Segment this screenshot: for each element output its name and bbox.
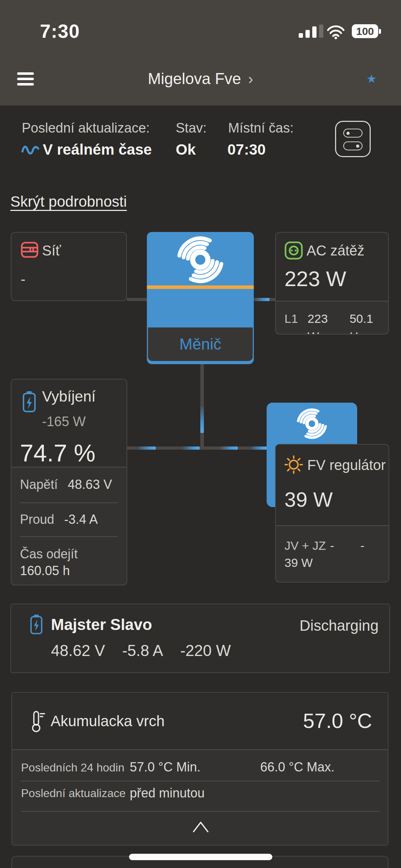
solar-tracker-power: 39 W [284,554,313,572]
battery-voltage-value: 48.63 V [68,476,112,494]
dc-flow-segment [200,406,204,433]
last-update-value: V reálném čase [43,141,152,158]
row-divider [21,811,380,812]
battery-monitor-name: Majster Slavo [51,614,152,636]
installation-name: Migelova Fve [148,70,241,87]
battery-tile[interactable]: Vybíjení -165 W 74.7 % Napětí 48.63 V Pr… [11,379,127,585]
battery-voltage-label: Napětí [20,476,58,494]
temperature-card[interactable]: Akumulacka vrch 57.0 °C Posledních 24 ho… [11,692,389,846]
battery-icon [22,391,36,413]
favorite-star-icon[interactable]: ★ [366,72,377,86]
ac-loads-power: 223 W [284,266,346,292]
battery-ttg-label: Čas odejít [20,545,78,563]
ac-loads-label: AC zátěž [307,242,364,259]
thermometer-icon [29,711,46,733]
battery-monitor-state: Discharging [299,616,379,635]
battery-soc: 74.7 % [20,439,96,466]
ac-l1-label: L1 [284,310,298,327]
solar-tracker-label: JV + JZ [284,537,326,554]
inverter-label: Měnič [148,327,253,361]
page-title[interactable]: Migelova Fve› [0,70,401,88]
status-label: Stav: [176,120,207,136]
inverter-to-bus-line [200,363,204,446]
display-options-button[interactable] [335,121,371,157]
temp-min-value: 57.0 °C Min. [130,759,200,775]
solar-tracker-v2: - [360,537,364,554]
last-update-label: Poslední aktualizace: [22,120,150,136]
sun-icon [284,455,304,475]
ac-loads-tile[interactable]: AC zátěž 223 W L1 223 W 50.1 Hz [275,232,389,335]
dc-bus-flow-segment [138,446,156,450]
inverter-box[interactable]: Měnič [147,232,254,364]
battery-power: -165 W [42,413,86,430]
row-divider [20,502,118,503]
chevron-right-icon: › [248,71,253,87]
row-divider [20,536,118,537]
grid-icon [21,241,38,258]
battery-icon [30,615,43,635]
status-value: Ok [176,141,196,158]
solar-tracker-v1: - [330,537,334,554]
dc-bus-flow-segment [183,446,200,450]
grid-value: - [21,270,25,288]
grid-tile[interactable]: Síť - [11,232,127,301]
ac-socket-icon [284,241,303,260]
wifi-icon [327,25,345,39]
collapse-chevron-up-icon[interactable] [192,821,209,833]
inverter-orange-bar [147,285,254,289]
temp-lastupdate-label: Poslední aktualizace [21,785,126,801]
battery-current-label: Proud [20,511,54,528]
dc-bus-flow-segment [220,446,238,450]
grid-label: Síť [42,242,61,259]
dc-bus-flow-segment [251,446,267,450]
solar-power: 39 W [284,487,333,512]
temp-lastupdate-value: před minutou [130,785,205,801]
battery-current-value: -3.4 A [64,511,98,528]
battery-ttg-value: 160.05 h [20,562,70,580]
temp-period-label: Posledních 24 hodin [21,760,124,775]
row-divider [21,781,380,781]
temperature-value: 57.0 °C [303,709,372,733]
temp-max-value: 66.0 °C Max. [260,759,334,775]
ac-flow-segment [255,298,269,301]
hide-details-link[interactable]: Skrýt podrobnosti [10,193,127,210]
solar-label: FV regulátor [307,456,386,474]
temperature-name: Akumulacka vrch [51,711,165,731]
cellular-signal-icon [299,24,324,38]
solar-charger-tile[interactable]: FV regulátor 39 W JV + JZ - - 39 W [275,444,389,583]
local-time-label: Místní čas: [228,120,294,136]
ac-l1-power: 223 W [308,310,340,327]
status-time: 7:30 [40,20,80,42]
battery-monitor-card[interactable]: Majster Slavo Discharging 48.62 V -5.8 A… [10,604,390,673]
battery-monitor-power: -220 W [180,641,231,661]
victron-logo-icon [288,408,336,439]
header-band: 7:30 100 Migelova Fve› ★ [0,0,401,105]
battery-status-nub [379,29,381,34]
home-indicator[interactable] [129,854,272,860]
battery-monitor-current: -5.8 A [122,641,163,661]
realtime-wave-icon [21,142,39,156]
grid-to-inverter-line [127,298,147,301]
local-time-value: 07:30 [227,141,266,158]
battery-status-icon: 100 [352,24,378,38]
victron-logo-icon [163,236,238,283]
ac-l1-frequency: 50.1 Hz [350,310,388,327]
battery-state: Vybíjení [42,387,96,406]
battery-monitor-voltage: 48.62 V [51,641,105,661]
vrm-app-screen: 7:30 100 Migelova Fve› ★ Poslední aktual… [0,0,401,868]
